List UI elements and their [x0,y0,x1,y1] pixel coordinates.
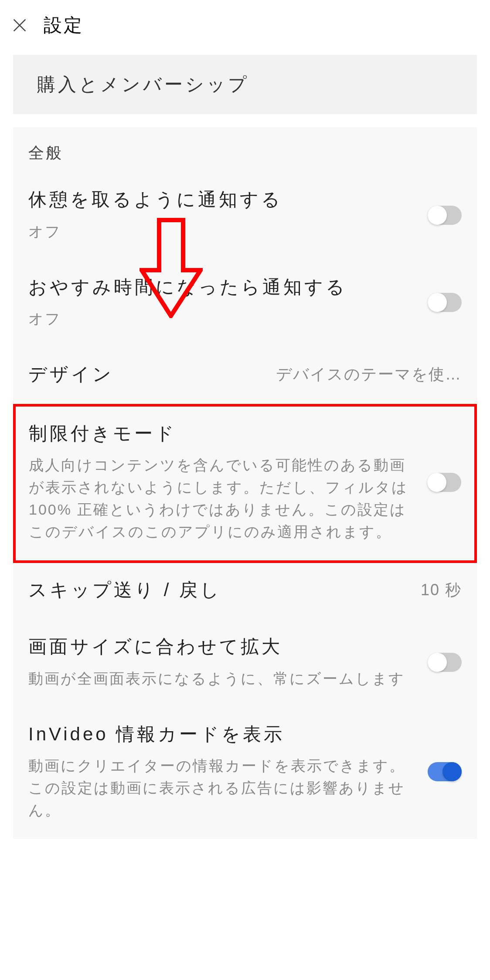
bedtime-reminder-toggle[interactable] [428,293,462,312]
zoom-toggle[interactable] [428,653,462,672]
setting-value: デバイスのテーマを使… [276,364,462,385]
page-title: 設定 [44,13,84,37]
setting-zoom[interactable]: 画面サイズに合わせて拡大 動画が全画面表示になるように、常にズームします [13,620,477,707]
setting-title: スキップ送り / 戻し [28,578,221,602]
close-icon[interactable] [11,17,28,34]
setting-title: デザイン [28,363,114,387]
setting-bedtime-reminder[interactable]: おやすみ時間になったら通知する オフ [13,260,477,348]
setting-break-reminder[interactable]: 休憩を取るように通知する オフ [13,173,477,260]
setting-subtitle: オフ [28,220,415,243]
setting-title: InVideo 情報カードを表示 [28,722,415,746]
general-section-continued: スキップ送り / 戻し 10 秒 画面サイズに合わせて拡大 動画が全画面表示にな… [13,563,477,839]
setting-subtitle: オフ [28,308,415,330]
restricted-mode-highlight: 制限付きモード 成人向けコンテンツを含んでいる可能性のある動画が表示されないよう… [13,404,477,563]
header: 設定 [0,0,490,55]
setting-subtitle: 動画にクリエイターの情報カードを表示できます。この設定は動画に表示される広告には… [28,755,415,821]
setting-value: 10 秒 [421,580,462,601]
restricted-mode-toggle[interactable] [427,473,461,492]
invideo-cards-toggle[interactable] [428,762,462,781]
setting-title: 画面サイズに合わせて拡大 [28,635,415,659]
setting-design[interactable]: デザイン デバイスのテーマを使… [13,347,477,404]
break-reminder-toggle[interactable] [428,206,462,225]
setting-invideo-cards[interactable]: InVideo 情報カードを表示 動画にクリエイターの情報カードを表示できます。… [13,707,477,839]
setting-subtitle: 動画が全画面表示になるように、常にズームします [28,668,415,690]
general-section: 全般 休憩を取るように通知する オフ おやすみ時間になったら通知する オフ デザ… [13,127,477,404]
setting-restricted-mode[interactable]: 制限付きモード 成人向けコンテンツを含んでいる可能性のある動画が表示されないよう… [16,407,474,561]
setting-title: 休憩を取るように通知する [28,188,415,212]
setting-skip[interactable]: スキップ送り / 戻し 10 秒 [13,563,477,620]
setting-title: 制限付きモード [29,422,414,446]
setting-title: おやすみ時間になったら通知する [28,275,415,299]
setting-subtitle: 成人向けコンテンツを含んでいる可能性のある動画が表示されないようにします。ただし… [29,454,414,543]
purchases-membership-button[interactable]: 購入とメンバーシップ [13,55,477,114]
section-header-general: 全般 [13,127,477,173]
